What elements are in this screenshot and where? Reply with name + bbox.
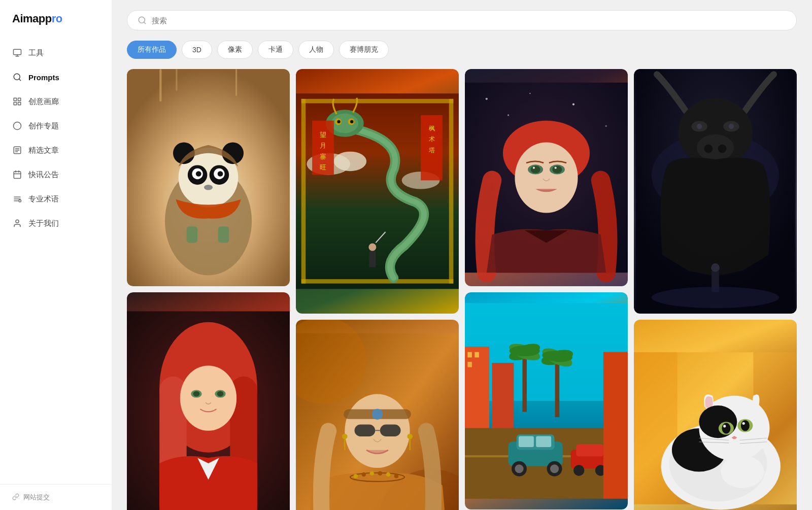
svg-point-46 [193,391,200,397]
svg-point-47 [217,391,224,397]
sidebar-bottom: 网站提交 [0,484,112,510]
svg-point-82 [368,243,376,251]
logo-text: Aimappro [12,12,62,25]
svg-point-178 [697,134,734,161]
svg-point-35 [218,171,223,177]
sidebar-item-prompts[interactable]: Prompts [0,65,112,89]
svg-rect-37 [187,226,197,243]
search-input[interactable] [152,16,786,25]
svg-rect-61 [449,99,454,284]
svg-point-186 [711,263,720,272]
svg-text:枫: 枫 [429,125,435,132]
search-bar [127,10,797,30]
svg-point-19 [16,220,19,223]
card-redgirl[interactable] [127,292,290,510]
svg-point-128 [533,167,535,169]
card-redhead[interactable] [465,69,628,286]
svg-point-120 [605,125,607,127]
svg-rect-14 [14,172,21,179]
submit-label: 网站提交 [23,493,50,502]
svg-text:术: 术 [429,136,435,143]
svg-point-9 [14,122,21,130]
svg-point-202 [742,422,745,424]
svg-point-129 [555,167,557,169]
card-bull[interactable] [634,69,797,314]
svg-point-96 [372,409,383,419]
svg-rect-0 [14,49,21,55]
monitor-icon [12,48,22,58]
svg-point-70 [334,152,366,172]
article-icon [12,145,22,155]
search-key-icon [12,72,22,82]
svg-rect-134 [467,352,472,358]
svg-point-126 [530,165,540,173]
filter-all[interactable]: 所有作品 [127,41,177,59]
card-city[interactable] [465,292,628,509]
svg-rect-59 [301,99,454,104]
svg-point-101 [407,433,413,439]
svg-rect-135 [475,352,479,358]
filter-3d[interactable]: 3D [182,41,212,59]
sidebar-label-gallery: 创意画廊 [28,97,59,107]
grid-col-1 [127,69,290,510]
svg-point-117 [486,98,488,100]
svg-point-68 [350,120,353,123]
svg-rect-6 [18,98,21,100]
svg-point-158 [573,465,584,475]
grid-col-3 [465,69,628,510]
sidebar-label-news: 快讯公告 [28,170,59,180]
svg-point-194 [721,455,764,488]
card-dragon[interactable]: 望 月 寨 旺 枫 术 塔 [296,69,459,314]
svg-point-151 [515,464,523,473]
svg-rect-38 [218,226,229,243]
sidebar-label-articles: 精选文章 [28,146,59,155]
image-grid: 望 月 寨 旺 枫 术 塔 [127,69,797,510]
svg-point-89 [361,472,366,477]
filter-pixel[interactable]: 像素 [217,41,253,59]
sidebar: Aimappro 工具 Prompts [0,0,112,510]
svg-point-123 [515,142,578,213]
sidebar-item-topics[interactable]: 创作专题 [0,114,112,138]
sidebar-label-tools: 工具 [28,48,44,58]
svg-line-4 [19,79,20,80]
link-icon [12,493,19,502]
svg-rect-157 [576,445,603,457]
sidebar-item-articles[interactable]: 精选文章 [0,138,112,162]
filter-cyberpunk[interactable]: 赛博朋克 [339,41,389,59]
svg-point-183 [697,124,702,129]
svg-point-180 [718,145,727,153]
sidebar-item-terms[interactable]: 专业术语 [0,187,112,211]
svg-rect-7 [14,103,16,105]
sidebar-item-tools[interactable]: 工具 [0,41,112,65]
svg-point-100 [342,433,348,439]
svg-point-67 [337,120,340,123]
sidebar-item-about[interactable]: 关于我们 [0,211,112,235]
svg-text:旺: 旺 [320,164,326,171]
sidebar-label-about: 关于我们 [28,219,59,228]
filter-character[interactable]: 人物 [298,41,334,59]
svg-point-121 [529,93,530,94]
sidebar-item-gallery[interactable]: 创意画廊 [0,89,112,114]
svg-point-153 [550,464,559,473]
svg-line-21 [144,22,145,23]
svg-point-118 [507,114,509,116]
svg-point-119 [572,103,574,105]
svg-point-36 [204,185,213,190]
card-panda[interactable] [127,69,290,286]
sidebar-label-terms: 专业术语 [28,194,59,204]
svg-rect-62 [301,279,454,284]
main-content: 所有作品 3D 像素 卡通 人物 赛博朋克 [112,0,812,510]
submit-website[interactable]: 网站提交 [12,493,99,502]
svg-point-201 [723,425,726,427]
grid-col-2: 望 月 寨 旺 枫 术 塔 [296,69,459,510]
svg-point-90 [370,471,375,475]
svg-text:望: 望 [320,131,326,139]
card-hippie[interactable] [296,320,459,511]
card-cat[interactable] [634,320,797,511]
svg-text:寨: 寨 [320,153,326,160]
filter-cartoon[interactable]: 卡通 [258,41,293,59]
svg-point-184 [729,124,734,129]
sidebar-item-news[interactable]: 快讯公告 [0,162,112,187]
svg-point-43 [180,365,236,430]
sidebar-label-prompts: Prompts [28,73,59,82]
